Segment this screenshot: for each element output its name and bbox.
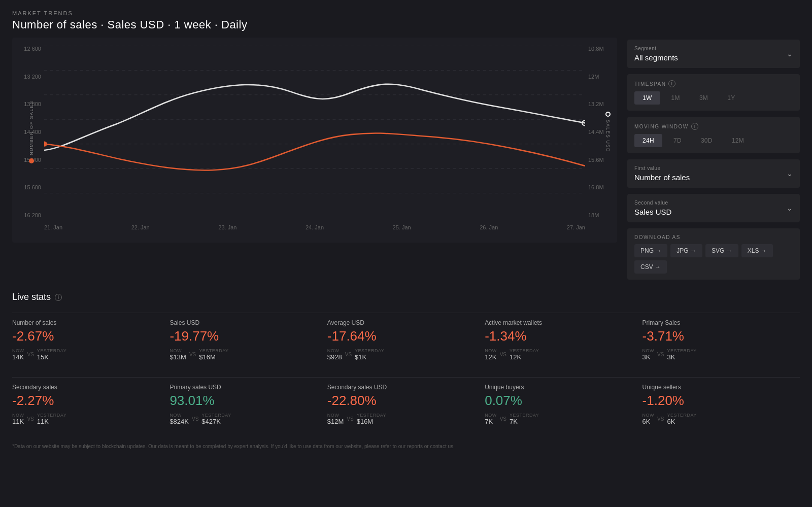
svg-point-8 — [44, 142, 47, 147]
y-left-tick-1: 15 600 — [24, 184, 41, 190]
moving-window-label: MOVING WINDOW i — [634, 123, 793, 130]
stat-now-val: $12M — [327, 418, 344, 425]
stat-nowvs: NOW 6K VS YESTERDAY 6K — [642, 413, 792, 425]
stat-nowvs: NOW 11K VS YESTERDAY 11K — [12, 413, 161, 425]
stat-now-label: NOW — [12, 348, 24, 353]
timespan-3m[interactable]: 3M — [691, 91, 716, 105]
main-content: NUMBER OF SALES 16 200 15 600 15 000 14 … — [12, 38, 800, 280]
stat-yesterday-label: YESTERDAY — [201, 413, 231, 418]
stat-yesterday-label: YESTERDAY — [667, 413, 696, 418]
stat-now-label: NOW — [642, 348, 655, 353]
download-png[interactable]: PNG → — [634, 244, 667, 257]
stat-now-label: NOW — [642, 413, 655, 418]
stat-nowvs: NOW $824K VS YESTERDAY $427K — [170, 413, 319, 425]
stat-now-label: NOW — [485, 348, 497, 353]
mw-30d[interactable]: 30D — [693, 134, 721, 147]
y-axis-left: NUMBER OF SALES 16 200 15 600 15 000 14 … — [16, 46, 44, 218]
stat-now-label: NOW — [327, 413, 340, 418]
chart-wrapper: NUMBER OF SALES 16 200 15 600 15 000 14 … — [16, 46, 613, 239]
second-value-label: Second value — [634, 200, 671, 206]
stat-pct: -19.77% — [170, 328, 319, 344]
download-svg[interactable]: SVG → — [705, 244, 738, 257]
vs-text: VS — [192, 416, 198, 422]
stat-nowvs: NOW 12K VS YESTERDAY 12K — [485, 348, 634, 361]
stat-card: Active market wallets -1.34% NOW 12K VS … — [485, 313, 642, 369]
stat-now-val: 6K — [642, 418, 651, 425]
right-panel: Segment All segments ⌄ TIMESPAN i 1W 1M … — [627, 38, 800, 280]
stat-name: Average USD — [327, 319, 477, 326]
stat-pct: -1.20% — [642, 393, 792, 409]
stat-pct: 0.07% — [485, 393, 634, 409]
page-title: Number of sales · Sales USD · 1 week · D… — [12, 18, 800, 31]
y-left-axis-label: NUMBER OF SALES — [29, 100, 34, 163]
segment-value: All segments — [634, 53, 678, 62]
x-tick-3: 24. Jan — [306, 224, 324, 230]
stat-now-label: NOW — [485, 413, 497, 418]
y-left-tick-5: 13 200 — [24, 74, 41, 80]
stat-yesterday-label: YESTERDAY — [355, 348, 384, 353]
moving-window-options: 24H 7D 30D 12M — [634, 134, 793, 147]
stat-card: Primary Sales -3.71% NOW 3K VS YESTERDAY… — [642, 313, 800, 369]
stat-yesterday-label: YESTERDAY — [37, 413, 66, 418]
timespan-1y[interactable]: 1Y — [719, 91, 743, 105]
second-value-selector[interactable]: Second value Sales USD ⌄ — [634, 200, 793, 216]
y-right-tick-2: 15.6M — [588, 157, 604, 163]
x-tick-4: 25. Jan — [393, 224, 411, 230]
vs-text: VS — [27, 352, 34, 357]
stats-row-1: Number of sales -2.67% NOW 14K VS YESTER… — [12, 313, 800, 369]
stat-pct: -17.64% — [327, 328, 477, 344]
stat-card: Unique buyers 0.07% NOW 7K VS YESTERDAY … — [485, 377, 642, 433]
stat-name: Active market wallets — [485, 319, 634, 326]
stat-name: Secondary sales — [12, 384, 161, 391]
y-right-tick-3: 14.4M — [588, 129, 604, 135]
timespan-1m[interactable]: 1M — [663, 91, 688, 105]
chart-area: NUMBER OF SALES 16 200 15 600 15 000 14 … — [12, 38, 617, 243]
timespan-label: TIMESPAN i — [634, 80, 793, 87]
mw-24h[interactable]: 24H — [634, 134, 662, 147]
stat-now-val: $13M — [170, 353, 186, 361]
download-xls[interactable]: XLS → — [741, 244, 773, 257]
stat-nowvs: NOW 3K VS YESTERDAY 3K — [642, 348, 792, 361]
x-tick-1: 22. Jan — [131, 224, 150, 230]
stat-nowvs: NOW $12M VS YESTERDAY $16M — [327, 413, 477, 425]
stat-name: Unique buyers — [485, 384, 634, 391]
stat-card: Average USD -17.64% NOW $928 VS YESTERDA… — [327, 313, 485, 369]
download-buttons: PNG → JPG → SVG → XLS → CSV → — [634, 244, 793, 274]
download-jpg[interactable]: JPG → — [670, 244, 702, 257]
timespan-options: 1W 1M 3M 1Y — [634, 91, 793, 105]
first-value-chevron-icon: ⌄ — [787, 170, 793, 178]
timespan-1w[interactable]: 1W — [634, 91, 660, 105]
stat-yesterday-val: $427K — [201, 418, 221, 425]
stat-name: Unique sellers — [642, 384, 792, 391]
stat-name: Sales USD — [170, 319, 319, 326]
stat-now-val: 11K — [12, 418, 24, 425]
stat-name: Primary Sales — [642, 319, 792, 326]
second-value-info: Second value Sales USD — [634, 200, 671, 216]
download-label: DOWNLOAD AS — [634, 234, 793, 240]
stat-now-val: $928 — [327, 353, 342, 361]
stat-now-val: 7K — [485, 418, 493, 425]
stat-yesterday-label: YESTERDAY — [37, 348, 66, 353]
first-value-selector[interactable]: First value Number of sales ⌄ — [634, 165, 793, 182]
segment-selector[interactable]: Segment All segments ⌄ — [634, 46, 793, 62]
stat-now-label: NOW — [12, 413, 24, 418]
moving-window-section: MOVING WINDOW i 24H 7D 30D 12M — [627, 117, 800, 153]
download-csv[interactable]: CSV → — [634, 260, 667, 274]
vs-text: VS — [500, 352, 506, 357]
stat-pct: 93.01% — [170, 393, 319, 409]
moving-window-info-icon: i — [691, 123, 698, 130]
stat-pct: -22.80% — [327, 393, 477, 409]
mw-7d[interactable]: 7D — [665, 134, 690, 147]
y-right-tick-6: 10.8M — [588, 46, 604, 52]
download-section: DOWNLOAD AS PNG → JPG → SVG → XLS → CSV … — [627, 228, 800, 280]
mw-12m[interactable]: 12M — [724, 134, 752, 147]
stat-now-val: 14K — [12, 353, 24, 361]
stat-name: Number of sales — [12, 319, 161, 326]
vs-text: VS — [189, 352, 196, 357]
y-right-tick-4: 13.2M — [588, 101, 604, 107]
x-tick-6: 27. Jan — [567, 224, 585, 230]
stat-yesterday-val: $1K — [355, 353, 366, 361]
segment-info: Segment All segments — [634, 46, 678, 62]
live-stats-title: Live stats i — [12, 292, 800, 302]
stat-now-val: $824K — [170, 418, 189, 425]
